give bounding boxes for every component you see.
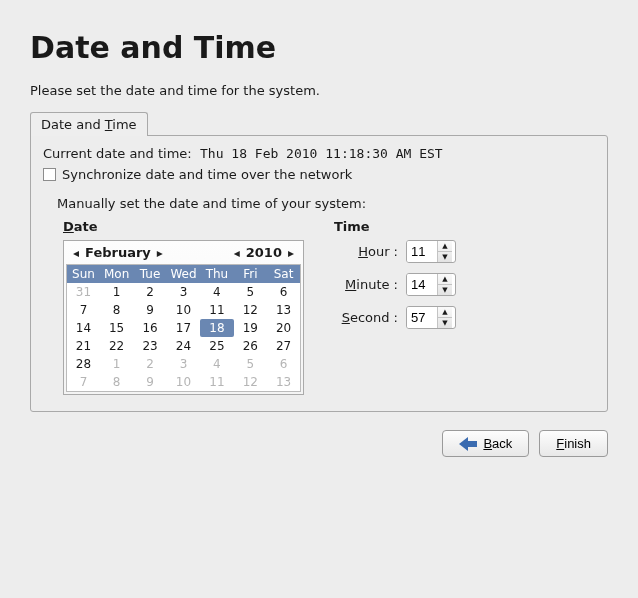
minute-input[interactable]	[407, 274, 437, 295]
calendar-day[interactable]: 19	[234, 319, 267, 337]
calendar-day[interactable]: 27	[267, 337, 300, 355]
finish-button[interactable]: Finish	[539, 430, 608, 457]
minute-label: Minute :	[334, 277, 398, 292]
calendar-day[interactable]: 13	[267, 301, 300, 319]
time-heading: Time	[334, 219, 595, 234]
calendar-day[interactable]: 18	[200, 319, 233, 337]
year-prev-icon[interactable]: ◂	[231, 246, 243, 260]
calendar-day[interactable]: 9	[133, 301, 166, 319]
calendar-day: 5	[234, 355, 267, 373]
calendar-day[interactable]: 25	[200, 337, 233, 355]
current-datetime-row: Current date and time: Thu 18 Feb 2010 1…	[43, 146, 595, 161]
calendar-day: 13	[267, 373, 300, 392]
calendar-day[interactable]: 1	[100, 283, 133, 301]
calendar-grid: SunMonTueWedThuFriSat 311234567891011121…	[66, 264, 301, 392]
calendar-day[interactable]: 11	[200, 301, 233, 319]
month-next-icon[interactable]: ▸	[154, 246, 166, 260]
back-button[interactable]: Back	[442, 430, 529, 457]
back-label: Back	[483, 436, 512, 451]
calendar-dow: Mon	[100, 265, 133, 284]
second-spinner[interactable]: ▲ ▼	[406, 306, 456, 329]
calendar-day[interactable]: 23	[133, 337, 166, 355]
calendar-dow: Fri	[234, 265, 267, 284]
calendar-day[interactable]: 20	[267, 319, 300, 337]
sync-checkbox[interactable]	[43, 168, 56, 181]
hour-input[interactable]	[407, 241, 437, 262]
hour-spinner[interactable]: ▲ ▼	[406, 240, 456, 263]
calendar-day[interactable]: 4	[200, 283, 233, 301]
back-arrow-icon	[459, 437, 477, 451]
calendar-day[interactable]: 14	[67, 319, 100, 337]
finish-label: Finish	[556, 436, 591, 451]
calendar-day[interactable]: 15	[100, 319, 133, 337]
calendar-day: 31	[67, 283, 100, 301]
calendar-day[interactable]: 24	[167, 337, 200, 355]
calendar-day: 4	[200, 355, 233, 373]
manual-instruction: Manually set the date and time of your s…	[57, 196, 595, 211]
second-input[interactable]	[407, 307, 437, 328]
calendar-day: 8	[100, 373, 133, 392]
minute-up-icon[interactable]: ▲	[438, 274, 452, 285]
second-label: Second :	[334, 310, 398, 325]
calendar-dow: Sun	[67, 265, 100, 284]
calendar-day[interactable]: 10	[167, 301, 200, 319]
tab-date-and-time[interactable]: Date and Time	[30, 112, 148, 136]
calendar-day: 6	[267, 355, 300, 373]
year-next-icon[interactable]: ▸	[285, 246, 297, 260]
calendar-day[interactable]: 8	[100, 301, 133, 319]
calendar-day[interactable]: 21	[67, 337, 100, 355]
calendar-day[interactable]: 5	[234, 283, 267, 301]
calendar-day[interactable]: 12	[234, 301, 267, 319]
second-down-icon[interactable]: ▼	[438, 318, 452, 328]
calendar-day[interactable]: 7	[67, 301, 100, 319]
calendar-day: 12	[234, 373, 267, 392]
sync-label: Synchronize date and time over the netwo…	[62, 167, 352, 182]
calendar-day[interactable]: 26	[234, 337, 267, 355]
calendar-day: 9	[133, 373, 166, 392]
settings-panel: Current date and time: Thu 18 Feb 2010 1…	[30, 135, 608, 412]
hour-label: Hour :	[334, 244, 398, 259]
calendar-day: 11	[200, 373, 233, 392]
calendar-day[interactable]: 6	[267, 283, 300, 301]
calendar-day: 2	[133, 355, 166, 373]
calendar-dow: Tue	[133, 265, 166, 284]
month-prev-icon[interactable]: ◂	[70, 246, 82, 260]
minute-spinner[interactable]: ▲ ▼	[406, 273, 456, 296]
calendar-dow: Thu	[200, 265, 233, 284]
calendar-day: 3	[167, 355, 200, 373]
minute-down-icon[interactable]: ▼	[438, 285, 452, 295]
calendar-year[interactable]: 2010	[243, 245, 285, 260]
calendar-day: 1	[100, 355, 133, 373]
intro-text: Please set the date and time for the sys…	[30, 83, 608, 98]
calendar-day: 10	[167, 373, 200, 392]
hour-up-icon[interactable]: ▲	[438, 241, 452, 252]
calendar-day[interactable]: 16	[133, 319, 166, 337]
hour-down-icon[interactable]: ▼	[438, 252, 452, 262]
calendar-day[interactable]: 2	[133, 283, 166, 301]
calendar-day: 7	[67, 373, 100, 392]
calendar-day[interactable]: 22	[100, 337, 133, 355]
calendar-dow: Wed	[167, 265, 200, 284]
current-datetime-value: Thu 18 Feb 2010 11:18:30 AM EST	[200, 146, 443, 161]
calendar-month[interactable]: February	[82, 245, 154, 260]
second-up-icon[interactable]: ▲	[438, 307, 452, 318]
calendar-dow: Sat	[267, 265, 300, 284]
calendar: ◂ February ▸ ◂ 2010 ▸ SunMonTueWedThuFri…	[63, 240, 304, 395]
calendar-day[interactable]: 28	[67, 355, 100, 373]
calendar-day[interactable]: 3	[167, 283, 200, 301]
calendar-day[interactable]: 17	[167, 319, 200, 337]
tab-label: Date and Time	[41, 117, 137, 132]
page-title: Date and Time	[30, 30, 608, 65]
date-heading: Date	[63, 219, 304, 234]
